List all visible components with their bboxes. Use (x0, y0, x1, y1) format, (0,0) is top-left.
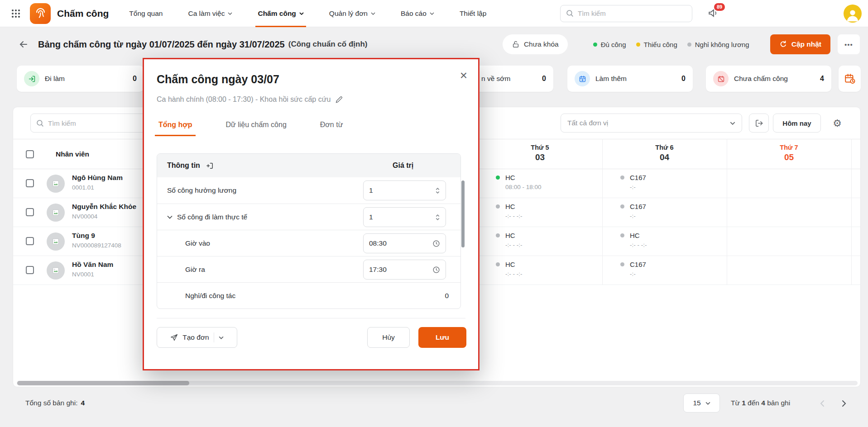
gray-dot (687, 43, 691, 47)
stat-card-chua-cham-cong[interactable]: Chưa chấm công 4 (706, 66, 831, 92)
so-cong-di-lam-input[interactable] (369, 213, 423, 221)
calendar-clock-icon (844, 73, 856, 85)
info-row-so-cong-di-lam: Số công đi làm thực tế (157, 204, 460, 230)
day-header-03[interactable]: Thứ 503 (478, 144, 602, 162)
row-checkbox[interactable] (26, 237, 34, 245)
tab-tong-hop[interactable]: Tổng hợp (155, 121, 196, 136)
search-icon (566, 9, 574, 17)
chevron-down-icon[interactable] (167, 215, 173, 219)
update-button[interactable]: Cập nhật (770, 34, 830, 54)
create-order-button[interactable]: Tạo đơn (157, 327, 237, 348)
status-dot (620, 262, 624, 266)
info-row-gio-vao: Giờ vào (157, 230, 460, 256)
next-page-button[interactable] (836, 395, 852, 412)
nav-thiet-lap[interactable]: Thiết lập (457, 0, 489, 27)
close-icon[interactable]: × (460, 69, 467, 82)
broken-image-icon (52, 237, 60, 246)
notifications-button[interactable]: 89 (708, 7, 720, 20)
shift-cell[interactable]: C167 -:- (620, 203, 734, 219)
employee-column-header: Nhân viên (56, 150, 89, 158)
cancel-button[interactable]: Hủy (367, 327, 410, 348)
add-column-icon[interactable] (206, 161, 214, 170)
tab-du-lieu-cham-cong[interactable]: Dữ liệu chấm công (222, 121, 290, 136)
so-cong-huong-luong-input[interactable] (369, 186, 423, 195)
stat-card-di-lam[interactable]: Đi làm 0 (17, 66, 144, 92)
search-icon (36, 119, 44, 127)
shift-cell[interactable]: HC -:- - -:- (496, 203, 609, 219)
status-dot (620, 176, 624, 180)
lock-status-pill[interactable]: Chưa khóa (503, 34, 568, 54)
time-input[interactable] (363, 260, 446, 280)
yellow-dot (636, 43, 640, 47)
today-button[interactable]: Hôm nay (773, 114, 821, 133)
info-row-gio-ra: Giờ ra (157, 256, 460, 282)
shift-cell[interactable]: HC -:- - -:- (496, 261, 609, 277)
app-grid-icon[interactable] (10, 8, 22, 19)
avatar (47, 232, 65, 251)
nav-quan-ly-don[interactable]: Quản lý đơn (327, 0, 378, 27)
broken-image-icon (52, 266, 60, 275)
clock-icon[interactable] (432, 240, 440, 247)
stepper-arrows-icon[interactable] (435, 187, 440, 194)
unit-filter-select[interactable]: Tất cả đơn vị (561, 114, 742, 133)
time-input[interactable] (363, 233, 446, 253)
clock-icon[interactable] (432, 266, 440, 274)
user-avatar[interactable] (844, 5, 862, 23)
modal-tabs: Tổng hợp Dữ liệu chấm công Đơn từ (155, 121, 373, 136)
horizontal-scrollbar-thumb[interactable] (17, 381, 189, 385)
nghi-cong-tac-value: 0 (445, 292, 449, 300)
status-dot (620, 233, 624, 237)
stat-card-lam-them[interactable]: Làm thêm 0 (567, 66, 693, 92)
screen: Chấm công Tổng quan Ca làm việc Chấm côn… (0, 0, 868, 427)
pagination-bar: Tổng số bản ghi:4 15 Từ 1 đến 4 bản ghi (0, 387, 868, 427)
app-logo-icon[interactable] (30, 3, 51, 24)
shift-cell[interactable]: HC 08:00 - 18:00 (496, 174, 609, 190)
shift-cell[interactable]: C167 -:- (620, 261, 734, 277)
stepper-input[interactable] (363, 207, 446, 227)
more-options-button[interactable]: ••• (838, 34, 860, 54)
global-search-input[interactable] (578, 9, 686, 17)
shift-cell[interactable]: HC -:- - -:- (620, 232, 734, 248)
gio-vao-input[interactable] (369, 239, 423, 247)
status-dot (496, 233, 500, 237)
status-dot (496, 262, 500, 266)
shift-cell[interactable]: C167 -:- (620, 174, 734, 190)
chevron-down-icon[interactable] (219, 336, 224, 339)
edit-pencil-icon[interactable] (335, 96, 343, 104)
gio-ra-input[interactable] (369, 266, 423, 274)
status-legend: Đủ công Thiếu công Nghỉ không lương (593, 41, 749, 48)
row-checkbox[interactable] (26, 266, 34, 274)
row-checkbox[interactable] (26, 208, 34, 216)
chevron-down-icon (730, 122, 735, 125)
nav-cham-cong[interactable]: Chấm công (255, 0, 306, 27)
modal-scrollbar-thumb[interactable] (461, 180, 465, 247)
nav-ca-lam-viec[interactable]: Ca làm việc (186, 0, 235, 27)
day-header-04[interactable]: Thứ 604 (602, 144, 727, 162)
avatar (47, 204, 65, 222)
row-checkbox[interactable] (26, 179, 34, 187)
calendar-clock-button[interactable] (839, 66, 861, 92)
shift-cell[interactable]: HC -:- - -:- (496, 232, 609, 248)
avatar (47, 261, 65, 280)
attendance-modal: Chấm công ngày 03/07 × Ca hành chính (08… (143, 58, 480, 370)
prev-page-button[interactable] (814, 395, 830, 412)
nav-bao-cao[interactable]: Báo cáo (398, 0, 436, 27)
stepper-arrows-icon[interactable] (435, 214, 440, 221)
settings-gear-icon[interactable]: ⚙ (827, 114, 848, 133)
tab-don-tu[interactable]: Đơn từ (317, 121, 347, 136)
info-row-so-cong-huong-luong: Số công hưởng lương (157, 177, 460, 204)
avatar (47, 175, 65, 193)
nav-tong-quan[interactable]: Tổng quan (127, 0, 165, 27)
page-size-select[interactable]: 15 (683, 394, 720, 413)
select-all-checkbox[interactable] (26, 150, 34, 158)
back-arrow-icon[interactable] (18, 38, 30, 50)
save-button[interactable]: Lưu (418, 327, 466, 348)
chevron-down-icon (705, 402, 710, 405)
stepper-input[interactable] (363, 180, 446, 200)
employee-search-input[interactable] (48, 119, 141, 127)
chevron-left-icon (820, 400, 825, 407)
refresh-icon (779, 40, 787, 48)
day-header-05[interactable]: Thứ 705 (727, 144, 851, 162)
main-nav: Tổng quan Ca làm việc Chấm công Quản lý … (127, 0, 509, 27)
export-button[interactable] (749, 114, 769, 133)
